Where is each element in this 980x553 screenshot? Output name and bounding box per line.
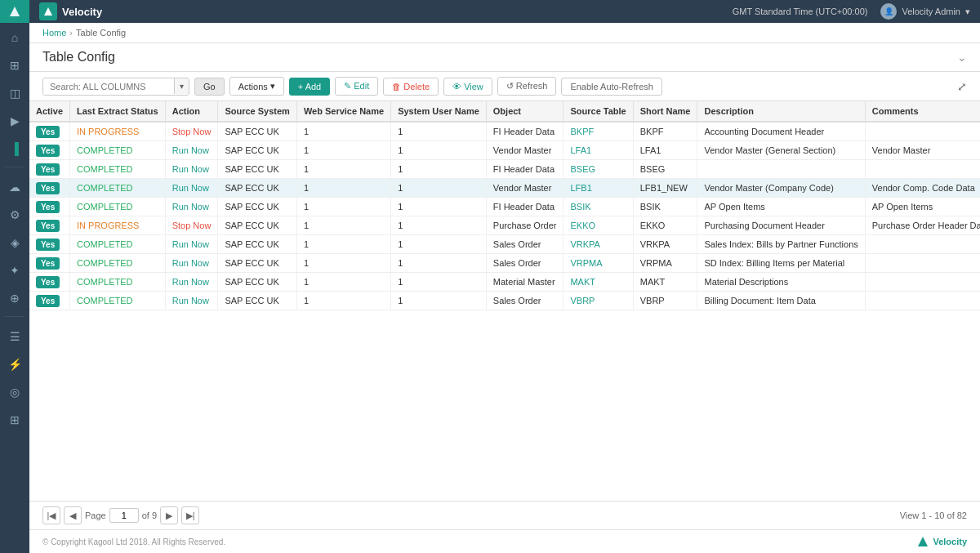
sidebar-icon-layers[interactable]: ◫ bbox=[0, 80, 29, 106]
first-page-button[interactable]: |◀ bbox=[42, 506, 60, 524]
cell-sys-user: 1 bbox=[391, 254, 487, 273]
table-row: Yes COMPLETED Run Now SAP ECC UK 1 1 FI … bbox=[29, 198, 980, 216]
cell-web-service: 1 bbox=[296, 235, 390, 254]
col-description: Description bbox=[697, 101, 865, 122]
cell-comments bbox=[865, 292, 980, 310]
user-menu[interactable]: 👤 Velocity Admin ▾ bbox=[880, 3, 970, 20]
cell-sys-user: 1 bbox=[391, 273, 487, 292]
cell-sys-user: 1 bbox=[391, 235, 487, 254]
expand-icon[interactable]: ⤢ bbox=[957, 80, 967, 93]
topbar: Velocity GMT Standard Time (UTC+00:00) 👤… bbox=[29, 0, 980, 23]
page-label: Page bbox=[85, 511, 106, 520]
search-dropdown-button[interactable]: ▾ bbox=[174, 78, 189, 94]
cell-short-name: BSIK bbox=[633, 198, 697, 216]
cell-web-service: 1 bbox=[296, 198, 390, 216]
sidebar-icon-chart[interactable]: ▐ bbox=[0, 136, 29, 162]
cell-action[interactable]: Stop Now bbox=[165, 216, 218, 235]
cell-action[interactable]: Run Now bbox=[165, 254, 218, 273]
sidebar-icon-grid[interactable]: ⊞ bbox=[0, 52, 29, 78]
auto-refresh-button[interactable]: Enable Auto-Refresh bbox=[561, 78, 662, 96]
cell-web-service: 1 bbox=[296, 179, 390, 198]
footer-logo-text: Velocity bbox=[933, 537, 967, 546]
col-short-name: Short Name bbox=[633, 101, 697, 122]
cell-action[interactable]: Stop Now bbox=[165, 122, 218, 141]
sidebar-icon-circle[interactable]: ◎ bbox=[0, 379, 29, 405]
cell-comments bbox=[865, 235, 980, 254]
cell-action[interactable]: Run Now bbox=[165, 141, 218, 160]
actions-button[interactable]: Actions ▾ bbox=[229, 77, 284, 96]
cell-description: Sales Index: Bills by Partner Functions bbox=[697, 235, 865, 254]
velocity-logo-icon bbox=[39, 2, 57, 20]
next-page-button[interactable]: ▶ bbox=[160, 506, 178, 524]
add-button[interactable]: + Add bbox=[289, 78, 330, 96]
cell-source-table[interactable]: EKKO bbox=[564, 216, 633, 235]
col-web-service: Web Service Name bbox=[296, 101, 390, 122]
sidebar: ⌂ ⊞ ◫ ▶ ▐ ☁ ⚙ ◈ ✦ ⊕ ☰ ⚡ ◎ ⊞ bbox=[0, 0, 29, 553]
sidebar-icon-cloud[interactable]: ☁ bbox=[0, 174, 29, 200]
cell-source-table[interactable]: LFB1 bbox=[564, 179, 633, 198]
timezone-label: GMT Standard Time (UTC+00:00) bbox=[733, 7, 868, 16]
cell-active: Yes bbox=[29, 141, 70, 160]
sidebar-icon-menu[interactable]: ☰ bbox=[0, 323, 29, 350]
table-row: Yes COMPLETED Run Now SAP ECC UK 1 1 FI … bbox=[29, 160, 980, 179]
cell-object: Sales Order bbox=[486, 235, 564, 254]
cell-active: Yes bbox=[29, 273, 70, 292]
cell-action[interactable]: Run Now bbox=[165, 235, 218, 254]
table-container: Active Last Extract Status Action Source… bbox=[29, 101, 980, 501]
sidebar-icon-bolt[interactable]: ⚡ bbox=[0, 351, 29, 377]
cell-description: Vendor Master (General Section) bbox=[697, 141, 865, 160]
col-source-system: Source System bbox=[218, 101, 296, 122]
sidebar-icon-diamond[interactable]: ◈ bbox=[0, 230, 29, 256]
cell-action[interactable]: Run Now bbox=[165, 160, 218, 179]
last-page-button[interactable]: ▶| bbox=[181, 506, 199, 524]
page-number-input[interactable] bbox=[109, 508, 139, 523]
breadcrumb-home[interactable]: Home bbox=[42, 28, 66, 38]
main-content: Velocity GMT Standard Time (UTC+00:00) 👤… bbox=[29, 0, 980, 553]
col-active: Active bbox=[29, 101, 70, 122]
cell-source-system: SAP ECC UK bbox=[218, 216, 296, 235]
cell-description: SD Index: Billing Items per Material bbox=[697, 254, 865, 273]
sidebar-icon-add[interactable]: ⊕ bbox=[0, 285, 29, 311]
search-input[interactable] bbox=[43, 78, 174, 95]
edit-button[interactable]: ✎ Edit bbox=[335, 77, 378, 96]
cell-source-table[interactable]: BSEG bbox=[564, 160, 633, 179]
delete-button[interactable]: 🗑 Delete bbox=[383, 78, 439, 96]
table-row: Yes COMPLETED Run Now SAP ECC UK 1 1 Ven… bbox=[29, 179, 980, 198]
sidebar-icon-star[interactable]: ✦ bbox=[0, 257, 29, 283]
cell-short-name: VBRP bbox=[633, 292, 697, 310]
table-row: Yes IN PROGRESS Stop Now SAP ECC UK 1 1 … bbox=[29, 216, 980, 235]
sidebar-icon-play[interactable]: ▶ bbox=[0, 108, 29, 134]
cell-source-table[interactable]: BSIK bbox=[564, 198, 633, 216]
sidebar-icon-settings[interactable]: ⚙ bbox=[0, 202, 29, 228]
cell-action[interactable]: Run Now bbox=[165, 292, 218, 310]
sidebar-icon-home[interactable]: ⌂ bbox=[0, 25, 29, 51]
cell-source-table[interactable]: MAKT bbox=[564, 273, 633, 292]
cell-description: Material Descriptions bbox=[697, 273, 865, 292]
cell-action[interactable]: Run Now bbox=[165, 198, 218, 216]
cell-action[interactable]: Run Now bbox=[165, 273, 218, 292]
cell-source-table[interactable]: VRKPA bbox=[564, 235, 633, 254]
cell-short-name: VRPMA bbox=[633, 254, 697, 273]
cell-comments: Vendor Comp. Code Data bbox=[865, 179, 980, 198]
cell-source-table[interactable]: LFA1 bbox=[564, 141, 633, 160]
table-row: Yes COMPLETED Run Now SAP ECC UK 1 1 Sal… bbox=[29, 254, 980, 273]
cell-web-service: 1 bbox=[296, 292, 390, 310]
cell-status: COMPLETED bbox=[70, 160, 166, 179]
cell-action[interactable]: Run Now bbox=[165, 179, 218, 198]
cell-source-system: SAP ECC UK bbox=[218, 273, 296, 292]
view-button[interactable]: 👁 View bbox=[443, 78, 492, 96]
cell-object: Material Master bbox=[486, 273, 564, 292]
prev-page-button[interactable]: ◀ bbox=[64, 506, 82, 524]
collapse-icon[interactable]: ⌄ bbox=[957, 51, 967, 64]
cell-active: Yes bbox=[29, 160, 70, 179]
breadcrumb: Home › Table Config bbox=[29, 23, 980, 43]
refresh-button[interactable]: ↺ Refresh bbox=[497, 77, 557, 96]
cell-source-table[interactable]: VBRP bbox=[564, 292, 633, 310]
toolbar: ▾ Go Actions ▾ + Add ✎ Edit 🗑 Delete 👁 V… bbox=[29, 72, 980, 101]
cell-source-table[interactable]: BKPF bbox=[564, 122, 633, 141]
table-row: Yes COMPLETED Run Now SAP ECC UK 1 1 Mat… bbox=[29, 273, 980, 292]
sidebar-icon-box[interactable]: ⊞ bbox=[0, 407, 29, 433]
cell-source-table[interactable]: VRPMA bbox=[564, 254, 633, 273]
go-button[interactable]: Go bbox=[194, 78, 225, 96]
cell-comments bbox=[865, 160, 980, 179]
